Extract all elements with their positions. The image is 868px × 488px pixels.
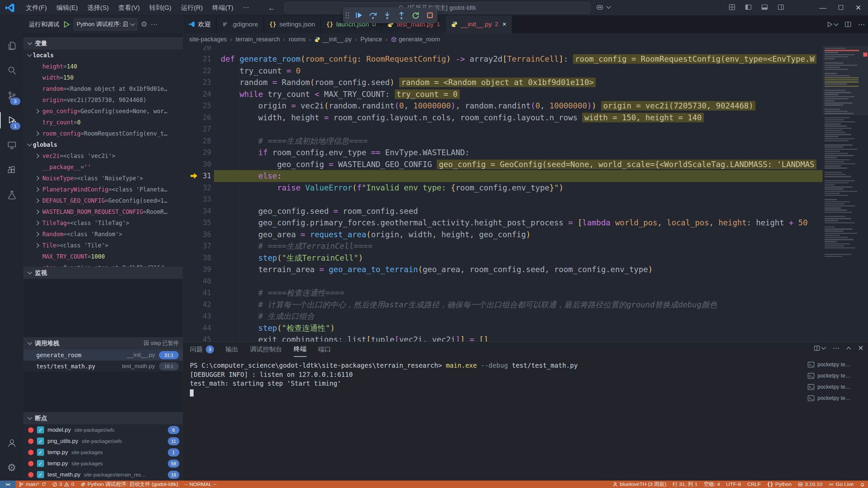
tab-settings-json[interactable]: {} settings.json (264, 15, 321, 33)
code-line[interactable]: 22 try_count = 0 (183, 65, 868, 77)
variable-row[interactable]: DEFAULT_GEO_CONFIG = GeoConfig(seed=1… (23, 195, 183, 206)
code-line[interactable]: 20 (183, 46, 868, 54)
code-line[interactable]: 38 step("生成TerrainCell") (183, 252, 868, 264)
indentation-item[interactable]: 空格: 4 (701, 481, 723, 488)
breakpoint-checkbox[interactable]: ✓ (37, 449, 44, 456)
terminal-instance[interactable]: pocketpy te… (807, 381, 867, 392)
breadcrumb-item[interactable]: __init__.py (314, 36, 352, 43)
debug-config-item[interactable]: Python 调试程序: 启动文件 (godot-ldtk) (77, 481, 181, 488)
blame-author-item[interactable]: blueloveTH (3 周前) (610, 481, 669, 488)
code-line[interactable]: 44 step("检查连通性") (183, 322, 868, 334)
debug-step-over-button[interactable] (367, 9, 379, 21)
code-line[interactable]: 30 geo_config = WASTELAND_GEO_CONFIGgeo_… (183, 159, 868, 170)
breakpoint-row[interactable]: ✓model.pysite-packages\wfc6 (23, 424, 183, 435)
code-line[interactable]: 25 origin = vec2i(random.randint(0, 1000… (183, 100, 868, 112)
code-line[interactable]: 23 random = Random(room_config.seed)rand… (183, 77, 868, 88)
sidebar-item-source-control[interactable]: 3 (0, 85, 23, 106)
breakpoint-row[interactable]: ✓temp.pysite-packages58 (23, 458, 183, 469)
copilot-button[interactable] (595, 3, 610, 12)
tab-gdignore[interactable]: .gdignore (217, 15, 264, 33)
code-line[interactable]: 40 (183, 276, 868, 287)
split-editor-icon[interactable] (845, 21, 851, 28)
variable-row[interactable]: NoiseType = <class 'NoiseType'> (23, 172, 183, 184)
breadcrumb-item[interactable]: site-packages (189, 36, 227, 43)
variable-row[interactable]: width = 150 (23, 72, 183, 83)
variable-row[interactable]: height = 140 (23, 61, 183, 72)
git-branch-item[interactable]: main* (16, 481, 49, 488)
breakpoint-row[interactable]: ✓test_math.pysite-packages\terrain_res…1… (23, 469, 183, 480)
toggle-panel-icon[interactable] (761, 3, 768, 11)
panel-tab-debug-console[interactable]: 调试控制台 (250, 342, 282, 357)
code-line[interactable]: 36 geo_area = request_area(origin, width… (183, 229, 868, 241)
debug-step-into-button[interactable] (381, 9, 393, 21)
variable-row[interactable]: WASTELAND_ROOM_REQUEST_CONFIG = RoomR… (23, 206, 183, 217)
code-line[interactable]: 43 # 生成出口组合 (183, 310, 868, 322)
code-line[interactable]: 28 # ====生成初始地理信息==== (183, 135, 868, 147)
breakpoint-checkbox[interactable]: ✓ (37, 460, 44, 467)
toolbar-drag-handle[interactable] (344, 11, 351, 20)
variable-row[interactable]: vec2i = <class 'vec2i'> (23, 150, 183, 161)
command-center[interactable]: [扩展开发宿主] godot-ldtk (284, 2, 591, 14)
terminal-instance[interactable]: pocketpy te… (807, 370, 867, 381)
menu-item[interactable]: 选择(S) (83, 2, 114, 14)
variable-row[interactable]: Tile = <class 'Tile'> (23, 240, 183, 251)
watch-section-header[interactable]: 监视 (23, 267, 183, 279)
code-line[interactable]: 45 exit_combinations: list[tuple[vec2i, … (183, 334, 868, 342)
minimap-slider[interactable] (823, 46, 868, 115)
debug-config-dropdown[interactable]: Python 调试程序: 启 (74, 18, 137, 30)
call-stack-section-header[interactable]: 调用堆栈 因 step 已暂停 (23, 337, 183, 349)
menu-item[interactable]: 运行(R) (176, 2, 208, 14)
code-line[interactable]: 39 terrain_area = geo_area_to_terrain(ge… (183, 264, 868, 276)
debug-stop-button[interactable] (424, 9, 436, 21)
language-mode-item[interactable]: {} Python (764, 481, 795, 488)
code-line[interactable]: 21def generate_room(room_config: RoomReq… (183, 53, 868, 65)
split-terminal-button[interactable] (814, 345, 825, 351)
customize-layout-icon[interactable] (728, 3, 736, 11)
more-actions-icon[interactable]: ⋯ (151, 20, 158, 28)
breadcrumb-item[interactable]: terrain_research (236, 36, 280, 43)
tab-init-py[interactable]: __init__.py 2 × (446, 15, 512, 33)
panel-tab-ports[interactable]: 端口 (318, 342, 331, 357)
breakpoint-checkbox[interactable]: ✓ (37, 471, 44, 478)
debug-step-out-button[interactable] (395, 9, 408, 21)
breadcrumb-item[interactable]: rooms (289, 36, 305, 43)
variable-row[interactable]: room_config = RoomRequestConfig(env_t… (23, 128, 183, 139)
sidebar-item-run-debug[interactable]: 1 (0, 109, 23, 131)
sidebar-item-remote-explorer[interactable] (0, 135, 23, 156)
breakpoint-checkbox[interactable]: ✓ (37, 426, 44, 433)
call-stack-frame[interactable]: test/test_math.pytest_math.py16:1 (23, 361, 183, 372)
menu-item[interactable]: 终端(T) (208, 2, 238, 14)
breakpoint-checkbox[interactable]: ✓ (37, 438, 44, 445)
debug-settings-gear-icon[interactable]: ⚙ (141, 21, 147, 28)
python-interpreter-item[interactable]: 3.10.10 (795, 481, 826, 488)
code-line[interactable]: 32 raise ValueError(f"Invalid env type: … (183, 182, 868, 194)
variable-row[interactable]: step = <function step at 0x1bf9cd216d (23, 262, 183, 267)
code-line[interactable]: 35 geo_config.primary_forces.geothermal_… (183, 217, 868, 229)
maximize-panel-icon[interactable] (846, 347, 851, 351)
eol-item[interactable]: CRLF (744, 481, 764, 488)
code-line[interactable]: 41 # ====检查连通性==== (183, 287, 868, 299)
variable-row[interactable]: MAX_TRY_COUNT = 1000 (23, 251, 183, 262)
problems-item[interactable]: 3 0 (49, 481, 77, 488)
variable-group[interactable]: globals (23, 139, 183, 150)
menu-item[interactable]: 查看(V) (114, 2, 144, 14)
minimize-button[interactable]: — (819, 4, 826, 12)
remote-indicator[interactable]: >< (0, 481, 16, 488)
variable-row[interactable]: origin = vec2i(7205730, 9024468) (23, 94, 183, 105)
menu-item[interactable]: 编辑(E) (52, 2, 82, 14)
breakpoint-row[interactable]: ✓temp.pysite-packages1 (23, 447, 183, 458)
code-line[interactable]: 42 # 计算每一个出口的中心，然后使用astar生成路径，确保每一个出口组合都… (183, 299, 868, 311)
variable-row[interactable]: geo_config = GeoConfig(seed=None, wor… (23, 105, 183, 117)
menu-item[interactable]: 转到(G) (144, 2, 176, 14)
code-line[interactable]: 24 while try_count < MAX_TRY_COUNT:try_c… (183, 88, 868, 100)
code-line[interactable]: 33 (183, 194, 868, 205)
code-line[interactable]: 37 # ====生成TerrainCell==== (183, 240, 868, 252)
toggle-secondary-sidebar-icon[interactable] (777, 3, 785, 11)
toggle-sidebar-icon[interactable] (745, 3, 752, 11)
breadcrumb-item[interactable]: generate_room (391, 36, 440, 43)
menu-item[interactable]: ⋯ (238, 2, 254, 14)
close-window-button[interactable]: ✕ (855, 4, 861, 12)
panel-more-actions-icon[interactable]: ⋯ (833, 344, 840, 352)
cursor-position-item[interactable]: 行 31, 列 1 (669, 481, 701, 488)
terminal-output[interactable]: PS C:\computer_science\godot-ldtk\site-p… (190, 361, 800, 397)
